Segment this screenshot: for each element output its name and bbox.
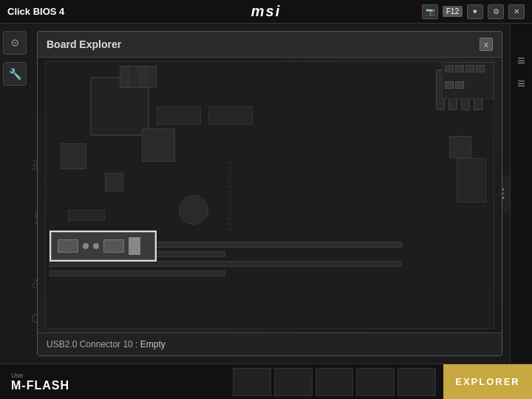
- io-panel: [442, 62, 494, 99]
- mb-model-label: Z97SLI/U3S/PLUS: [226, 160, 233, 231]
- top-bar-right: 📷 F12 ♥ ⚙ ✕: [422, 4, 525, 19]
- explorer-label: EXPLORER: [455, 376, 520, 387]
- bottom-left: Use M-FLASH: [0, 364, 225, 399]
- mb-detail-3: [457, 158, 486, 202]
- io-port-2: [455, 65, 464, 72]
- connector-box: [51, 232, 155, 260]
- msi-logo: msi: [251, 3, 281, 20]
- mb-detail-2: [208, 106, 253, 125]
- io-port-5: [445, 81, 454, 89]
- modal-close-button[interactable]: x: [480, 38, 493, 51]
- thumb-4: [356, 368, 395, 396]
- connector-pin-2: [93, 243, 99, 249]
- close-top-icon[interactable]: ✕: [508, 4, 525, 19]
- pcie-slot-3: [50, 261, 402, 267]
- bottom-bar: Use M-FLASH EXPLORER: [0, 364, 532, 399]
- mflash-sublabel: Use: [11, 372, 214, 379]
- io-port-3: [466, 65, 474, 72]
- usb-port-2: [103, 239, 124, 253]
- chip-2: [142, 129, 175, 162]
- chip-3: [105, 173, 123, 191]
- connector-bracket: [129, 237, 140, 255]
- connector-pin-1: [83, 243, 89, 249]
- right-nav-icon-1[interactable]: ≡: [517, 53, 525, 69]
- modal-title: Board Explorer: [47, 38, 121, 50]
- connector-value: Empty: [140, 339, 166, 349]
- app-title: Click BIOS 4: [7, 6, 64, 17]
- left-sidebar: ⚙ 🔧: [0, 24, 30, 364]
- pcb-area: Z97SLI/U3S/PLUS: [45, 61, 494, 329]
- camera-icon[interactable]: 📷: [422, 4, 438, 19]
- chip-4: [449, 136, 471, 158]
- thumb-5: [398, 368, 436, 396]
- pcie-slot-4: [50, 270, 225, 276]
- connector-label: USB2.0 Connector 10 :: [47, 339, 137, 349]
- usb-port-1: [58, 239, 78, 253]
- chip-cmos: [179, 195, 208, 225]
- sidebar-icon-2[interactable]: 🔧: [3, 62, 27, 86]
- thumb-1: [233, 368, 271, 396]
- heatsink: [120, 66, 157, 88]
- io-port-1: [445, 65, 454, 72]
- main-content: ⚙ 🔧 Mo SI Ov O Board Explorer x: [0, 24, 532, 364]
- chip-1: [61, 143, 86, 169]
- right-sidebar: ≡ ≡: [510, 24, 532, 364]
- center-area: Mo SI Ov O Board Explorer x: [30, 24, 510, 364]
- modal-header: Board Explorer x: [38, 32, 502, 58]
- connector-highlight: [50, 231, 157, 262]
- mb-detail-4: [68, 210, 105, 221]
- board-explorer-modal: Board Explorer x: [37, 31, 502, 356]
- modal-body: Z97SLI/U3S/PLUS: [38, 58, 502, 332]
- motherboard-graphic: Z97SLI/U3S/PLUS: [38, 58, 502, 332]
- mb-detail-1: [157, 106, 201, 125]
- heart-icon[interactable]: ♥: [467, 4, 483, 19]
- io-port-4: [476, 65, 485, 72]
- thumb-3: [316, 368, 354, 396]
- bottom-thumbnails: [225, 364, 443, 399]
- thumb-2: [274, 368, 313, 396]
- io-port-6: [455, 81, 464, 89]
- sidebar-icon-1[interactable]: ⚙: [3, 31, 27, 55]
- explorer-button[interactable]: EXPLORER: [443, 364, 532, 399]
- top-bar-left: Click BIOS 4: [7, 6, 64, 17]
- mflash-label[interactable]: M-FLASH: [11, 379, 214, 392]
- f12-badge: F12: [443, 6, 463, 17]
- right-nav-icon-2[interactable]: ≡: [517, 76, 525, 92]
- settings-icon[interactable]: ⚙: [488, 4, 504, 19]
- top-bar: Click BIOS 4 msi 📷 F12 ♥ ⚙ ✕: [0, 0, 532, 24]
- modal-status-bar: USB2.0 Connector 10 : Empty: [38, 332, 502, 355]
